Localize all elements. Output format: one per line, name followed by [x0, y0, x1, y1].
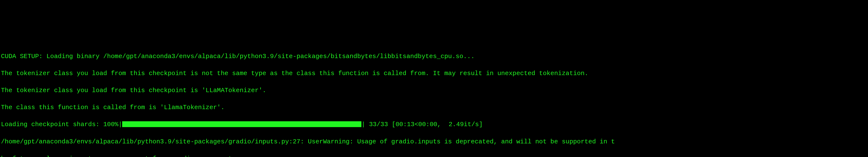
- log-line: The tokenizer class you load from this c…: [1, 69, 867, 78]
- log-line: The class this function is called from i…: [1, 103, 867, 112]
- progress-label: Loading checkpoint shards: 100%|: [1, 121, 122, 128]
- terminal-output: CUDA SETUP: Loading binary /home/gpt/ana…: [0, 42, 868, 157]
- log-line: /home/gpt/anaconda3/envs/alpaca/lib/pyth…: [1, 137, 867, 146]
- progress-stats: | 33/33 [00:13<00:00, 2.49it/s]: [361, 121, 483, 128]
- log-line: The tokenizer class you load from this c…: [1, 86, 867, 95]
- progress-line: Loading checkpoint shards: 100%|| 33/33 …: [1, 120, 867, 129]
- log-line: CUDA SETUP: Loading binary /home/gpt/ana…: [1, 52, 867, 61]
- progress-bar: [122, 121, 361, 127]
- log-line: he future, please import your component …: [1, 155, 867, 157]
